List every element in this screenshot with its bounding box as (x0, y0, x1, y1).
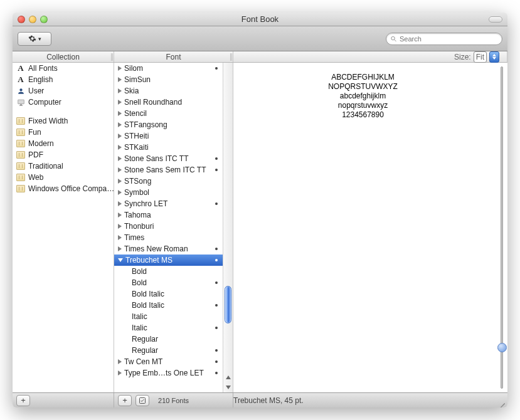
collection-item[interactable]: AEnglish (13, 74, 114, 85)
font-header[interactable]: Font (114, 51, 233, 62)
font-item[interactable]: STKaiti (114, 142, 223, 153)
size-select[interactable]: Fit (474, 51, 487, 63)
font-item[interactable]: Times New Roman (114, 243, 223, 255)
disclosure-triangle-icon[interactable] (118, 359, 122, 364)
disclosure-triangle-icon[interactable] (118, 201, 122, 206)
preview-text: ABCDEFGHIJKLM NOPQRSTUVWXYZ abcdefghijkl… (236, 69, 490, 120)
disclosure-triangle-icon[interactable] (118, 235, 122, 240)
collection-item[interactable]: Computer (13, 97, 114, 108)
zoom-button[interactable] (40, 16, 48, 23)
font-style-label: Bold Italic (132, 301, 164, 310)
disclosure-triangle-icon[interactable] (118, 156, 122, 161)
disclosure-triangle-icon[interactable] (118, 213, 122, 218)
font-style-item[interactable]: Bold Italic (114, 300, 223, 311)
disclosure-triangle-icon[interactable] (118, 370, 122, 375)
add-collection-button[interactable]: + (16, 395, 30, 406)
disclosure-triangle-icon[interactable] (118, 122, 122, 127)
font-item[interactable]: STSong (114, 176, 223, 187)
font-item[interactable]: STFangsong (114, 119, 223, 130)
font-label: Tw Cen MT (124, 357, 162, 366)
font-item[interactable]: Thonburi (114, 221, 223, 232)
collection-item[interactable]: Web (13, 172, 114, 183)
search-field[interactable] (386, 33, 502, 45)
disclosure-triangle-icon[interactable] (118, 66, 122, 71)
font-style-item[interactable]: Italic (114, 322, 223, 333)
font-item[interactable]: STHeiti (114, 130, 223, 142)
disclosure-triangle-icon[interactable] (118, 134, 122, 139)
disclosure-triangle-icon[interactable] (118, 100, 122, 105)
font-item[interactable]: Stencil (114, 108, 223, 119)
search-input[interactable] (400, 35, 498, 43)
font-style-item[interactable]: Regular (114, 345, 223, 356)
scroll-up-arrow[interactable] (223, 372, 233, 382)
font-style-item[interactable]: Bold (114, 277, 223, 288)
font-item[interactable]: Times (114, 232, 223, 243)
collection-item[interactable]: Windows Office Compa… (13, 183, 114, 194)
font-scrollbar[interactable] (223, 63, 233, 392)
scroll-down-arrow[interactable] (223, 382, 233, 392)
collection-item[interactable]: Modern (13, 138, 114, 149)
font-header-label: Font (166, 53, 181, 61)
search-icon (390, 35, 397, 43)
disclosure-triangle-icon[interactable] (118, 145, 122, 150)
slider-knob[interactable] (497, 343, 507, 352)
collection-item[interactable]: Fixed Width (13, 115, 114, 127)
font-dot-indicator (215, 248, 218, 250)
font-item[interactable]: Tahoma (114, 209, 223, 221)
font-style-item[interactable]: Bold (114, 266, 223, 277)
collection-item[interactable]: Traditional (13, 160, 114, 172)
svg-rect-4 (19, 105, 22, 105)
font-group-icon: A (16, 75, 25, 84)
font-style-item[interactable]: Regular (114, 333, 223, 345)
slider-track[interactable] (501, 66, 503, 389)
font-dot-indicator (215, 281, 218, 284)
disclosure-triangle-icon[interactable] (118, 167, 122, 172)
font-count-label: 210 Fonts (114, 397, 233, 404)
action-menu-button[interactable]: ▾ (18, 32, 51, 46)
font-item[interactable]: Silom (114, 63, 223, 74)
disclosure-triangle-icon[interactable] (118, 111, 122, 116)
disclosure-triangle-icon[interactable] (118, 88, 122, 93)
font-dot-indicator (215, 372, 218, 374)
collection-item[interactable]: User (13, 85, 114, 97)
disclosure-triangle-icon[interactable] (118, 258, 123, 262)
font-item[interactable]: Stone Sans Sem ITC TT (114, 164, 223, 176)
column-resize-handle[interactable] (110, 53, 114, 61)
disclosure-triangle-icon[interactable] (118, 179, 122, 184)
font-dot-indicator (215, 304, 218, 307)
collection-item[interactable]: AAll Fonts (13, 63, 114, 74)
disclosure-triangle-icon[interactable] (118, 246, 122, 251)
font-style-item[interactable]: Italic (114, 311, 223, 322)
font-label: Snell Roundhand (124, 98, 182, 107)
size-stepper[interactable] (489, 51, 499, 63)
font-label: STSong (124, 177, 151, 186)
font-style-item[interactable]: Bold Italic (114, 288, 223, 300)
size-slider[interactable] (496, 63, 507, 392)
font-item[interactable]: Synchro LET (114, 198, 223, 209)
font-item[interactable]: Skia (114, 85, 223, 97)
resize-handle[interactable] (496, 396, 505, 405)
collection-item[interactable]: PDF (13, 149, 114, 160)
scroll-track[interactable] (223, 63, 233, 372)
collection-item[interactable]: Fun (13, 127, 114, 138)
column-resize-handle[interactable] (229, 53, 233, 61)
close-button[interactable] (18, 16, 25, 23)
disclosure-triangle-icon[interactable] (118, 224, 122, 229)
collection-header[interactable]: Collection (13, 51, 114, 62)
disclosure-triangle-icon[interactable] (118, 190, 122, 195)
font-item[interactable]: Trebuchet MS (114, 255, 223, 266)
font-label: Times (124, 233, 144, 242)
font-item[interactable]: SimSun (114, 74, 223, 85)
font-label: Trebuchet MS (125, 256, 172, 265)
font-item[interactable]: Snell Roundhand (114, 97, 223, 108)
scroll-thumb[interactable] (225, 286, 231, 323)
library-icon (16, 184, 25, 193)
font-item[interactable]: Symbol (114, 187, 223, 198)
font-item[interactable]: Tw Cen MT (114, 356, 223, 367)
minimize-button[interactable] (29, 16, 36, 23)
toolbar-toggle-button[interactable] (489, 16, 502, 23)
disclosure-triangle-icon[interactable] (118, 77, 122, 82)
preview-area: ABCDEFGHIJKLM NOPQRSTUVWXYZ abcdefghijkl… (233, 63, 496, 392)
font-item[interactable]: Type Emb…ts One LET (114, 367, 223, 379)
font-item[interactable]: Stone Sans ITC TT (114, 153, 223, 164)
